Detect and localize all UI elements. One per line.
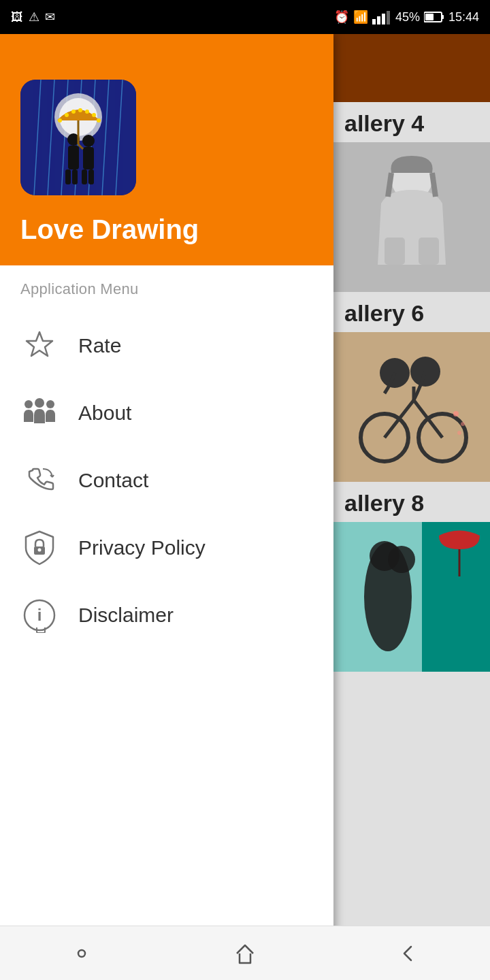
svg-rect-22 (83, 147, 94, 169)
svg-rect-6 (425, 14, 434, 20)
image-status-icon: 🖼 (11, 10, 23, 24)
svg-point-55 (457, 431, 461, 435)
time-display: 15:44 (448, 10, 479, 24)
disclaimer-label: Disclaimer (78, 604, 174, 627)
svg-rect-3 (387, 11, 390, 24)
menu-section-label: Application Menu (0, 265, 333, 305)
shield-icon (20, 529, 58, 566)
main-container: Love Drawing Application Menu Rate (0, 34, 490, 980)
svg-point-53 (453, 411, 459, 416)
gallery-4-image (333, 142, 490, 292)
menu-item-about[interactable]: About (0, 379, 333, 446)
svg-point-30 (78, 108, 82, 112)
svg-point-35 (35, 398, 44, 408)
contact-label: Contact (78, 469, 148, 492)
battery-icon (424, 11, 444, 23)
svg-rect-43 (385, 238, 405, 265)
svg-point-32 (92, 113, 96, 117)
svg-rect-2 (382, 14, 385, 24)
gallery-section-4: allery 4 (333, 102, 490, 292)
alarm-status-icon: ⏰ (334, 10, 349, 24)
svg-rect-24 (88, 169, 94, 184)
svg-rect-23 (82, 169, 87, 184)
signal-icon (372, 10, 391, 24)
svg-point-21 (82, 135, 95, 147)
people-icon (20, 394, 58, 431)
app-icon-svg (20, 80, 136, 195)
phone-icon (20, 461, 58, 499)
menu-items-list: Rate About (0, 305, 333, 980)
gallery-section-8: allery 8 (333, 482, 490, 672)
home-button[interactable] (218, 933, 272, 974)
gallery-8-label: allery 8 (333, 482, 490, 522)
menu-item-disclaimer[interactable]: i Disclaimer (0, 581, 333, 649)
svg-text:i: i (37, 606, 42, 624)
svg-point-29 (71, 110, 76, 114)
svg-point-62 (78, 950, 85, 957)
sim-status-icon: 📶 (353, 10, 368, 24)
recent-apps-icon (69, 941, 94, 966)
svg-point-38 (37, 548, 41, 551)
warning-status-icon: ⚠ (29, 10, 39, 24)
svg-rect-0 (372, 19, 376, 24)
drawer-header: Love Drawing (0, 34, 333, 265)
svg-point-34 (24, 400, 33, 408)
svg-point-61 (388, 546, 415, 573)
content-panel: allery 4 allery 6 (333, 34, 490, 980)
email-status-icon: ✉ (45, 10, 55, 24)
privacy-policy-label: Privacy Policy (78, 536, 206, 559)
svg-rect-20 (72, 169, 78, 184)
gallery-section-6: allery 6 (333, 292, 490, 482)
svg-rect-18 (68, 146, 79, 169)
gallery-6-label: allery 6 (333, 292, 490, 332)
svg-point-54 (461, 422, 465, 426)
svg-point-28 (65, 113, 69, 117)
rate-label: Rate (78, 334, 121, 357)
info-icon: i (20, 596, 58, 634)
status-left-icons: 🖼 ⚠ ✉ (11, 10, 55, 24)
app-title: Love Drawing (20, 214, 199, 245)
svg-point-36 (46, 400, 54, 408)
gallery-6-image (333, 332, 490, 482)
gallery-4-label: allery 4 (333, 102, 490, 142)
svg-rect-45 (333, 332, 490, 482)
battery-percentage: 45% (395, 10, 420, 24)
recent-apps-button[interactable] (54, 933, 109, 974)
star-icon (20, 327, 58, 364)
svg-rect-5 (442, 15, 444, 19)
home-icon (231, 941, 259, 966)
navigation-drawer: Love Drawing Application Menu Rate (0, 34, 333, 980)
gallery-8-image (333, 522, 490, 672)
svg-point-33 (97, 118, 101, 122)
menu-item-rate[interactable]: Rate (0, 312, 333, 379)
back-button[interactable] (381, 933, 436, 974)
back-icon (396, 941, 421, 966)
status-bar: 🖼 ⚠ ✉ ⏰ 📶 45% 15:44 (0, 0, 490, 34)
svg-rect-44 (419, 238, 439, 265)
content-header (333, 34, 490, 102)
app-icon (20, 80, 136, 195)
status-right-icons: ⏰ 📶 45% 15:44 (334, 10, 479, 24)
svg-point-31 (85, 110, 89, 114)
about-label: About (78, 402, 131, 425)
svg-rect-19 (65, 169, 71, 184)
bottom-navigation (0, 926, 490, 980)
menu-item-privacy[interactable]: Privacy Policy (0, 514, 333, 581)
svg-point-27 (58, 118, 62, 122)
menu-item-contact[interactable]: Contact (0, 446, 333, 514)
svg-rect-1 (377, 16, 380, 24)
